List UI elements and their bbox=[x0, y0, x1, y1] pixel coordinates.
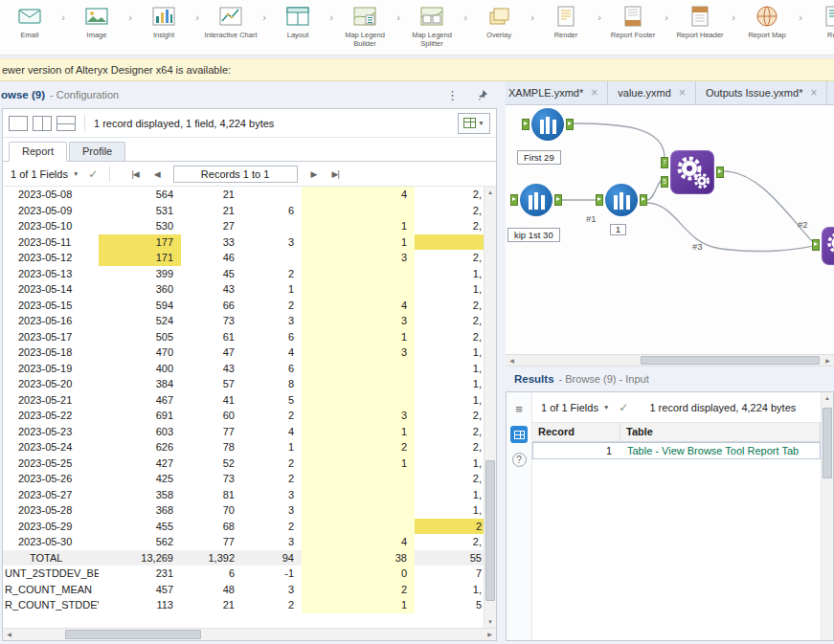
single-pane-view-icon[interactable] bbox=[9, 116, 28, 131]
table-row[interactable]: 2023-05-294556822 bbox=[3, 519, 484, 535]
table-options-button[interactable]: ▼ bbox=[458, 113, 490, 134]
input-anchor[interactable] bbox=[596, 194, 603, 206]
table-row[interactable]: 2023-05-105302712, bbox=[3, 218, 484, 234]
toolbar-tool-map-legend-builder[interactable]: Map Legend Builder bbox=[335, 4, 394, 48]
toolbar-tool-report-map[interactable]: Report Map bbox=[737, 4, 797, 39]
table-vertical-scrollbar[interactable]: ▲ ▼ bbox=[484, 187, 496, 628]
expand-chevron-icon[interactable]: › bbox=[663, 12, 670, 23]
expand-chevron-icon[interactable]: › bbox=[126, 12, 134, 23]
close-tab-icon[interactable]: × bbox=[810, 86, 817, 100]
next-record-button[interactable]: ▶ bbox=[304, 169, 325, 179]
expand-chevron-icon[interactable]: › bbox=[394, 12, 402, 23]
vertical-split-view-icon[interactable] bbox=[33, 116, 52, 131]
expand-chevron-icon[interactable]: › bbox=[260, 12, 268, 23]
sample-tool-skip[interactable] bbox=[520, 184, 552, 216]
table-row[interactable]: TOTAL13,2691,392943855 bbox=[3, 550, 484, 566]
table-row[interactable]: 2023-05-2462678122, bbox=[3, 439, 484, 455]
results-row[interactable]: 1Table - View Browse Tool Report Tab bbox=[532, 442, 821, 459]
table-row[interactable]: 2023-05-143604311, bbox=[3, 281, 484, 298]
toolbar-tool-render[interactable]: Render bbox=[536, 4, 596, 39]
scrollbar-thumb[interactable] bbox=[641, 356, 820, 365]
column-header-table[interactable]: Table bbox=[620, 423, 821, 441]
table-row[interactable]: 2023-05-203845781, bbox=[3, 376, 484, 392]
close-tab-icon[interactable]: × bbox=[679, 86, 686, 100]
table-row[interactable]: 2023-05-2269160232, bbox=[3, 408, 484, 424]
expand-chevron-icon[interactable]: › bbox=[596, 12, 603, 23]
kebab-menu-icon[interactable]: ⋮ bbox=[446, 88, 459, 102]
results-field-selector[interactable]: 1 of 1 Fields ▼ bbox=[541, 402, 609, 413]
workflow-tab[interactable]: XAMPLE.yxmd*× bbox=[506, 81, 608, 104]
macro-input-anchor-1[interactable]: 7 bbox=[661, 157, 668, 168]
macro-tool-clipped[interactable] bbox=[822, 227, 834, 265]
scroll-up-icon[interactable]: ▲ bbox=[822, 392, 833, 404]
expand-chevron-icon[interactable]: › bbox=[193, 12, 201, 23]
table-row[interactable]: 2023-05-214674151, bbox=[3, 392, 484, 409]
first-record-button[interactable]: |◀ bbox=[124, 169, 146, 179]
table-row[interactable]: 2023-05-2542752211, bbox=[3, 455, 484, 472]
table-view-icon[interactable] bbox=[510, 426, 528, 443]
macro-input-anchor-2[interactable]: 5 bbox=[661, 176, 668, 188]
toolbar-tool-insight[interactable]: Insight bbox=[134, 4, 193, 39]
toolbar-tool-rep[interactable]: Rep bbox=[804, 4, 834, 39]
table-row[interactable]: 2023-05-283687031, bbox=[3, 502, 484, 519]
tab-profile[interactable]: Profile bbox=[69, 142, 125, 161]
tab-report[interactable]: Report bbox=[9, 142, 67, 162]
table-row[interactable]: 2023-05-1652473332, bbox=[3, 313, 484, 329]
table-row[interactable]: 2023-05-1559466242, bbox=[3, 298, 484, 314]
toolbar-tool-image[interactable]: Image bbox=[67, 4, 126, 39]
toolbar-tool-report-header[interactable]: Report Header bbox=[670, 4, 730, 39]
scrollbar-thumb[interactable] bbox=[485, 460, 495, 602]
input-anchor[interactable] bbox=[510, 194, 518, 206]
column-header-record[interactable]: Record bbox=[532, 423, 620, 441]
expand-chevron-icon[interactable]: › bbox=[462, 12, 469, 23]
workflow-tab[interactable]: value.yxmd× bbox=[608, 81, 696, 104]
table-row[interactable]: 2023-05-273588131, bbox=[3, 487, 484, 503]
tool-annotation[interactable]: kip 1st 30 bbox=[507, 228, 560, 242]
scroll-right-icon[interactable]: ▶ bbox=[484, 629, 496, 640]
results-menu-icon[interactable]: ≡ bbox=[515, 402, 523, 416]
table-row[interactable]: R_COUNT_STDDEV11321215 bbox=[3, 597, 484, 613]
prev-record-button[interactable]: ◀ bbox=[147, 169, 168, 179]
toolbar-tool-map-legend-splitter[interactable]: Map Legend Splitter bbox=[402, 4, 462, 48]
scroll-right-icon[interactable]: ▶ bbox=[822, 355, 834, 366]
input-anchor[interactable] bbox=[522, 119, 530, 130]
table-row[interactable]: 2023-05-095312162, bbox=[3, 203, 484, 219]
sample-tool-middle[interactable] bbox=[605, 184, 638, 216]
workflow-canvas[interactable]: First 29 kip 1st 30 #1 1 7 5 bbox=[506, 105, 834, 354]
check-icon[interactable]: ✓ bbox=[88, 167, 98, 181]
scrollbar-track[interactable] bbox=[15, 629, 484, 640]
table-link-cell[interactable]: Table - View Browse Tool Report Tab bbox=[621, 443, 820, 458]
output-anchor[interactable] bbox=[554, 194, 562, 206]
toolbar-tool-layout[interactable]: Layout bbox=[268, 4, 327, 39]
scroll-up-icon[interactable]: ▲ bbox=[485, 187, 496, 198]
table-row[interactable]: 2023-05-121714632, bbox=[3, 250, 484, 266]
table-row[interactable]: 2023-05-194004361, bbox=[3, 361, 484, 377]
macro-tool[interactable]: 7 5 bbox=[670, 150, 714, 194]
output-anchor[interactable] bbox=[640, 194, 647, 206]
table-horizontal-scrollbar[interactable]: ◀ ▶ bbox=[3, 628, 496, 640]
table-row[interactable]: UNT_2STDDEV_BELOW2316-107 bbox=[3, 566, 484, 582]
table-row[interactable]: 2023-05-3056277342, bbox=[3, 534, 484, 550]
scrollbar-thumb[interactable] bbox=[823, 408, 832, 478]
table-row[interactable]: 2023-05-111773331 bbox=[3, 234, 484, 251]
sample-tool-first[interactable] bbox=[531, 108, 564, 141]
last-record-button[interactable]: ▶| bbox=[325, 169, 347, 179]
tool-annotation[interactable]: 1 bbox=[610, 224, 626, 235]
table-row[interactable]: 2023-05-1750561612, bbox=[3, 329, 484, 345]
table-row[interactable]: 2023-05-085642142, bbox=[3, 187, 484, 203]
toolbar-tool-email[interactable]: Email bbox=[0, 4, 59, 39]
table-row[interactable]: R_COUNT_MEAN45748321, bbox=[3, 582, 484, 598]
help-icon[interactable]: ? bbox=[512, 453, 527, 467]
table-row[interactable]: 2023-05-133994521, bbox=[3, 266, 484, 282]
check-icon[interactable]: ✓ bbox=[619, 401, 628, 414]
expand-chevron-icon[interactable]: › bbox=[59, 12, 67, 23]
macro-output-anchor[interactable] bbox=[716, 167, 724, 178]
toolbar-tool-interactive-chart[interactable]: Interactive Chart bbox=[201, 4, 260, 39]
expand-chevron-icon[interactable]: › bbox=[529, 12, 536, 23]
scrollbar-track[interactable] bbox=[518, 355, 822, 366]
expand-chevron-icon[interactable]: › bbox=[797, 12, 804, 23]
toolbar-tool-report-footer[interactable]: Report Footer bbox=[603, 4, 663, 39]
horizontal-split-view-icon[interactable] bbox=[56, 116, 76, 131]
canvas-horizontal-scrollbar[interactable]: ◀ ▶ bbox=[506, 354, 834, 366]
scroll-down-icon[interactable]: ▼ bbox=[485, 616, 496, 628]
